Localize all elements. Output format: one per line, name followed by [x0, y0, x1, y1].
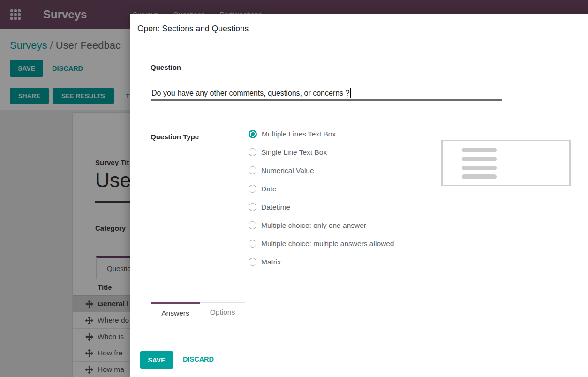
tab-answers[interactable]: Answers — [151, 302, 200, 322]
modal-save-button[interactable]: SAVE — [140, 351, 173, 369]
radio-icon — [249, 221, 256, 229]
question-input[interactable]: Do you have any other comments, question… — [151, 88, 502, 98]
question-type-preview-image — [441, 140, 571, 186]
question-label: Question — [151, 63, 181, 71]
radio-icon — [249, 185, 256, 193]
text-cursor — [350, 88, 351, 98]
modal-title: Open: Sections and Questions — [137, 24, 249, 34]
radio-selected-icon — [249, 130, 257, 138]
option-date[interactable]: Date — [249, 183, 403, 195]
option-matrix[interactable]: Matrix — [249, 256, 403, 268]
radio-icon — [249, 203, 256, 211]
modal-header: Open: Sections and Questions — [130, 14, 588, 43]
modal-discard-button[interactable]: DISCARD — [183, 355, 214, 363]
option-multiple-choice-multiple-answers[interactable]: Multiple choice: multiple answers allowe… — [249, 238, 403, 250]
option-multiple-choice-one-answer[interactable]: Multiple choice: only one answer — [249, 219, 403, 232]
option-numerical-value[interactable]: Numerical Value — [249, 165, 403, 177]
radio-icon — [249, 258, 256, 266]
option-multiple-lines-text-box[interactable]: Multiple Lines Text Box — [249, 128, 403, 140]
option-datetime[interactable]: Datetime — [249, 201, 403, 213]
radio-icon — [249, 240, 256, 248]
modal-footer-divider — [130, 339, 588, 339]
question-type-label: Question Type — [151, 133, 199, 141]
question-type-options: Multiple Lines Text Box Single Line Text… — [249, 128, 403, 274]
question-modal: Open: Sections and Questions Question Do… — [130, 14, 588, 377]
text-lines-illustration — [462, 148, 497, 179]
radio-icon — [249, 148, 256, 156]
radio-icon — [249, 166, 256, 174]
screen: Surveys Surveys Questions Participations… — [0, 0, 588, 377]
option-single-line-text-box[interactable]: Single Line Text Box — [249, 146, 403, 158]
tab-options[interactable]: Options — [200, 302, 245, 322]
question-input-underline — [151, 99, 502, 101]
